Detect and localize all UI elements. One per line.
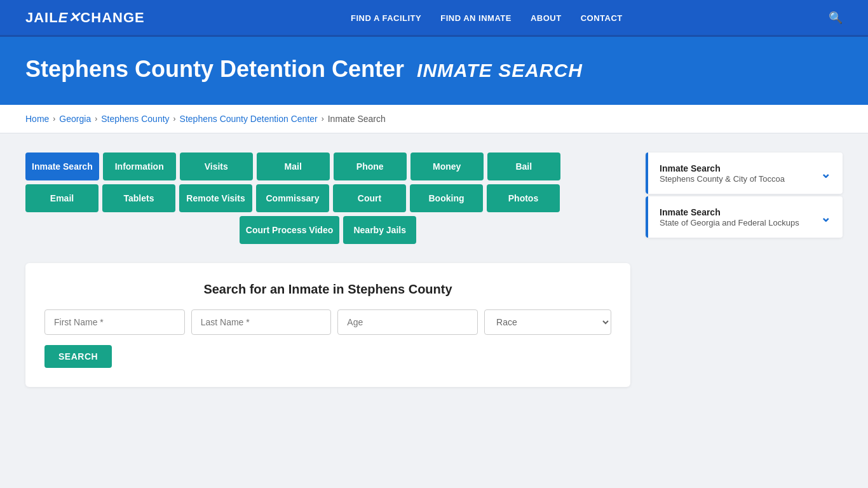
breadcrumb-separator: › xyxy=(322,114,324,123)
tab-tablets[interactable]: Tablets xyxy=(102,184,175,212)
search-button[interactable]: SEARCH xyxy=(44,345,112,368)
breadcrumb-current: Inmate Search xyxy=(328,114,386,124)
tab-inmate-search[interactable]: Inmate Search xyxy=(25,152,99,180)
chevron-down-icon: ⌄ xyxy=(820,166,831,181)
tabs-row-2: EmailTabletsRemote VisitsCommissaryCourt… xyxy=(25,184,630,212)
tab-email[interactable]: Email xyxy=(25,184,98,212)
nav-links: FIND A FACILITYFIND AN INMATEABOUTCONTAC… xyxy=(351,12,623,24)
logo-change-text: CHANGE xyxy=(80,10,144,26)
search-inputs: RaceWhiteBlackHispanicAsianOther xyxy=(44,309,611,335)
chevron-down-icon: ⌄ xyxy=(820,210,831,225)
tab-information[interactable]: Information xyxy=(103,152,176,180)
navbar: JAILE✕CHANGE FIND A FACILITYFIND AN INMA… xyxy=(0,0,868,37)
race-select[interactable]: RaceWhiteBlackHispanicAsianOther xyxy=(484,309,611,335)
breadcrumb: Home›Georgia›Stephens County›Stephens Co… xyxy=(25,114,843,124)
nav-link-about[interactable]: ABOUT xyxy=(531,13,562,23)
tab-bail[interactable]: Bail xyxy=(487,152,560,180)
breadcrumb-link-stephens-county[interactable]: Stephens County xyxy=(101,114,169,124)
tabs-row-1: Inmate SearchInformationVisitsMailPhoneM… xyxy=(25,152,630,180)
breadcrumb-separator: › xyxy=(95,114,97,123)
page-title: Stephens County Detention Center INMATE … xyxy=(25,56,843,83)
nav-link-contact[interactable]: CONTACT xyxy=(581,13,623,23)
sidebar-card-text-0: Inmate SearchStephens County & City of T… xyxy=(660,163,785,184)
breadcrumb-link-georgia[interactable]: Georgia xyxy=(59,114,91,124)
hero-title-subtitle: INMATE SEARCH xyxy=(417,60,583,81)
nav-link-find-a-facility[interactable]: FIND A FACILITY xyxy=(351,13,421,23)
tab-money[interactable]: Money xyxy=(410,152,484,180)
age-input[interactable] xyxy=(337,309,478,335)
last-name-input[interactable] xyxy=(191,309,332,335)
breadcrumb-separator: › xyxy=(53,114,55,123)
breadcrumb-bar: Home›Georgia›Stephens County›Stephens Co… xyxy=(0,105,868,133)
tabs-container: Inmate SearchInformationVisitsMailPhoneM… xyxy=(25,152,630,244)
right-sidebar: Inmate SearchStephens County & City of T… xyxy=(646,152,843,238)
tabs-row-3: Court Process VideoNearby Jails xyxy=(25,216,630,244)
sidebar-card-title-1: Inmate Search xyxy=(660,207,799,218)
sidebar-card-header-0[interactable]: Inmate SearchStephens County & City of T… xyxy=(646,152,843,194)
search-icon[interactable]: 🔍 xyxy=(829,11,843,25)
hero-title-main: Stephens County Detention Center xyxy=(25,56,404,82)
first-name-input[interactable] xyxy=(44,309,185,335)
sidebar-card-title-0: Inmate Search xyxy=(660,163,785,174)
tab-phone[interactable]: Phone xyxy=(334,152,407,180)
nav-link-find-an-inmate[interactable]: FIND AN INMATE xyxy=(440,13,512,23)
main-content: Inmate SearchInformationVisitsMailPhoneM… xyxy=(0,133,868,406)
tab-mail[interactable]: Mail xyxy=(257,152,330,180)
tab-remote-visits[interactable]: Remote Visits xyxy=(179,184,252,212)
sidebar-card-0: Inmate SearchStephens County & City of T… xyxy=(646,152,843,194)
tab-court[interactable]: Court xyxy=(333,184,406,212)
sidebar-card-1: Inmate SearchState of Georgia and Federa… xyxy=(646,196,843,238)
search-title: Search for an Inmate in Stephens County xyxy=(44,282,611,297)
breadcrumb-separator: › xyxy=(173,114,176,123)
sidebar-card-subtitle-0: Stephens County & City of Toccoa xyxy=(660,174,785,184)
logo[interactable]: JAILE✕CHANGE xyxy=(25,10,145,26)
tab-nearby-jails[interactable]: Nearby Jails xyxy=(343,216,416,244)
hero-banner: Stephens County Detention Center INMATE … xyxy=(0,37,868,105)
logo-exchange-icon: E✕ xyxy=(58,10,81,26)
sidebar-card-header-1[interactable]: Inmate SearchState of Georgia and Federa… xyxy=(646,196,843,238)
search-section: Search for an Inmate in Stephens County … xyxy=(25,263,630,387)
sidebar-card-subtitle-1: State of Georgia and Federal Lockups xyxy=(660,218,799,227)
tab-photos[interactable]: Photos xyxy=(487,184,560,212)
tab-commissary[interactable]: Commissary xyxy=(256,184,329,212)
breadcrumb-link-home[interactable]: Home xyxy=(25,114,49,124)
logo-jail-text: JAIL xyxy=(25,10,58,26)
tab-court-process-video[interactable]: Court Process Video xyxy=(240,216,339,244)
breadcrumb-link-stephens-county-detention-center[interactable]: Stephens County Detention Center xyxy=(180,114,318,124)
sidebar-card-text-1: Inmate SearchState of Georgia and Federa… xyxy=(660,207,799,227)
tab-visits[interactable]: Visits xyxy=(180,152,253,180)
left-column: Inmate SearchInformationVisitsMailPhoneM… xyxy=(25,152,630,387)
tab-booking[interactable]: Booking xyxy=(410,184,483,212)
